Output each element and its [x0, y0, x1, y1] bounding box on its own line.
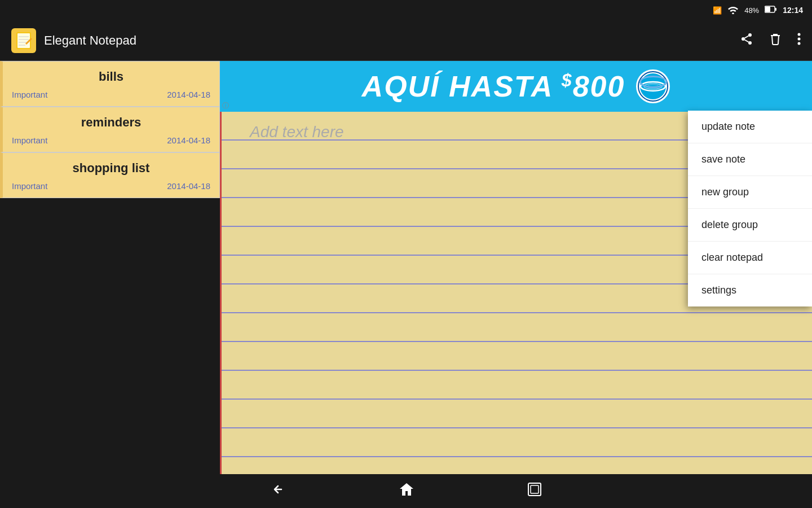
delete-button[interactable] — [769, 32, 782, 49]
sim-icon: 📶 — [713, 6, 722, 15]
svg-point-17 — [798, 37, 801, 40]
note-date: 2014-04-18 — [167, 181, 210, 191]
att-logo — [636, 69, 670, 103]
more-button[interactable] — [797, 32, 801, 49]
app-icon — [11, 28, 36, 53]
wifi-icon — [727, 5, 739, 16]
svg-point-19 — [639, 73, 667, 100]
svg-point-0 — [732, 12, 734, 14]
note-date: 2014-04-18 — [167, 135, 210, 145]
note-date: 2014-04-18 — [167, 90, 210, 99]
svg-rect-2 — [775, 8, 777, 11]
context-menu: update note save note new group delete g… — [688, 111, 812, 306]
ad-text: AQUÍ HASTA $800 — [362, 69, 625, 103]
app-bar: Elegant Notepad — [0, 20, 812, 61]
app-bar-actions — [740, 32, 801, 49]
svg-point-12 — [742, 37, 745, 41]
note-tag: Important — [12, 181, 47, 191]
note-meta: Important 2014-04-18 — [3, 179, 219, 198]
battery-icon — [765, 6, 777, 15]
note-meta: Important 2014-04-18 — [3, 87, 219, 106]
menu-item-settings[interactable]: settings — [688, 274, 812, 306]
svg-rect-5 — [17, 33, 30, 48]
note-item-reminders[interactable]: reminders Important 2014-04-18 — [0, 107, 220, 152]
ad-banner: AQUÍ HASTA $800 ⓘ — [220, 61, 812, 112]
menu-item-delete-group[interactable]: delete group — [688, 209, 812, 242]
menu-item-save-note[interactable]: save note — [688, 143, 812, 176]
svg-point-11 — [748, 33, 752, 37]
share-button[interactable] — [740, 32, 753, 49]
notepad-placeholder: Add text here — [250, 123, 344, 141]
note-title: reminders — [3, 107, 219, 133]
recents-button[interactable] — [527, 482, 542, 501]
main-content: bills Important 2014-04-18 reminders Imp… — [0, 61, 812, 474]
svg-point-22 — [647, 85, 659, 88]
nav-bar — [0, 474, 812, 508]
menu-item-new-group[interactable]: new group — [688, 176, 812, 209]
app-title: Elegant Notepad — [44, 33, 740, 48]
svg-line-14 — [745, 40, 749, 42]
svg-rect-24 — [531, 485, 539, 493]
sidebar: bills Important 2014-04-18 reminders Imp… — [0, 61, 220, 474]
svg-point-16 — [798, 33, 801, 36]
note-item-bills[interactable]: bills Important 2014-04-18 — [0, 61, 220, 107]
home-button[interactable] — [399, 482, 414, 501]
note-meta: Important 2014-04-18 — [3, 133, 219, 152]
menu-item-clear-notepad[interactable]: clear notepad — [688, 242, 812, 274]
note-title: shopping list — [3, 153, 219, 179]
svg-point-18 — [798, 42, 801, 45]
note-item-shopping[interactable]: shopping list Important 2014-04-18 — [0, 152, 220, 198]
menu-item-update-note[interactable]: update note — [688, 111, 812, 143]
note-title: bills — [3, 62, 219, 87]
note-tag: Important — [12, 135, 47, 145]
status-time: 12:14 — [783, 6, 803, 15]
svg-point-13 — [748, 41, 752, 45]
note-tag: Important — [12, 90, 47, 99]
back-button[interactable] — [270, 483, 286, 500]
svg-rect-3 — [765, 7, 770, 12]
battery-level: 48% — [744, 6, 759, 15]
ad-info-icon: ⓘ — [222, 101, 229, 111]
ad-content: AQUÍ HASTA $800 — [362, 69, 670, 103]
status-bar: 📶 48% 12:14 — [0, 0, 812, 20]
svg-line-15 — [745, 36, 749, 38]
